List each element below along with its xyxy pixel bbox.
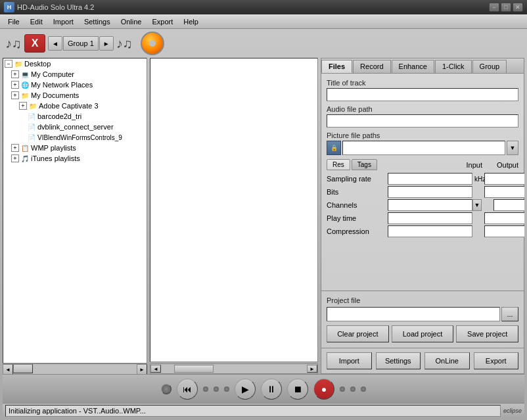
import-btn[interactable]: Import [327, 352, 372, 369]
expand-wmp[interactable]: + [11, 144, 19, 152]
playtime-input[interactable] [388, 212, 472, 224]
export-btn[interactable]: Export [474, 352, 519, 369]
next-group-btn[interactable]: ► [99, 36, 114, 51]
tree-scrollbar[interactable]: ◄ ► [3, 363, 147, 374]
menu-online[interactable]: Online [116, 16, 147, 27]
settings-btn[interactable]: Settings [376, 352, 421, 369]
tree-label-mycomputer: My Computer [31, 70, 74, 78]
transport-play-btn[interactable]: ▶ [235, 379, 256, 400]
status-bar: Initializing application - VST..Audio..W… [3, 403, 524, 417]
maximize-btn[interactable]: □ [501, 3, 511, 12]
playtime-output[interactable] [484, 212, 524, 224]
close-btn[interactable]: ✕ [513, 3, 523, 12]
menu-bar: File Edit Import Settings Online Export … [0, 14, 527, 29]
scroll-left-btn[interactable]: ◄ [3, 364, 13, 374]
clear-project-btn[interactable]: Clear project [327, 325, 389, 342]
preview-area [150, 58, 318, 362]
compression-row: Compression [327, 225, 518, 237]
sampling-rate-label: Sampling rate [327, 175, 386, 183]
channels-input[interactable] [388, 199, 472, 211]
tree-item-network[interactable]: + 🌐 My Network Places [3, 80, 147, 90]
tree-item-desktop[interactable]: − 📁 Desktop [3, 58, 147, 69]
compression-input[interactable] [388, 225, 472, 237]
picture-icon-btn[interactable]: 🔒 [327, 141, 341, 155]
project-buttons: Clear project Load project Save project [327, 325, 518, 342]
tree-label-itunes: iTunes playlists [31, 154, 80, 162]
expand-network[interactable]: + [11, 81, 19, 89]
transport-record-btn[interactable]: ● [313, 379, 334, 400]
menu-import[interactable]: Import [48, 16, 79, 27]
main-container: ♪♫ X ◄ Group 1 ► ♪♫ − 📁 Desktop + [0, 29, 527, 420]
transport-pause-btn[interactable]: ⏸ [261, 379, 282, 400]
tab-files[interactable]: Files [321, 60, 352, 73]
expand-desktop[interactable]: − [5, 60, 12, 68]
scroll-next-btn[interactable]: ► [307, 365, 317, 373]
tab-1click[interactable]: 1-Click [435, 60, 472, 73]
menu-edit[interactable]: Edit [25, 16, 48, 27]
minimize-btn[interactable]: − [489, 3, 499, 12]
online-btn[interactable]: OnLine [424, 352, 470, 369]
file-icon-dvblink: 📄 [27, 122, 36, 131]
save-project-btn[interactable]: Save project [456, 325, 518, 342]
bits-input[interactable] [388, 186, 472, 198]
tree-item-barcode[interactable]: 📄 barcode2d_tri [3, 111, 147, 122]
music-notes-left: ♪♫ [5, 36, 22, 51]
tab-record[interactable]: Record [353, 60, 390, 73]
menu-file[interactable]: File [3, 16, 25, 27]
transport-prev-btn[interactable]: ⏮ [177, 379, 198, 400]
prev-group-btn[interactable]: ◄ [48, 36, 62, 51]
window-controls: − □ ✕ [489, 3, 523, 12]
load-project-btn[interactable]: Load project [392, 325, 454, 342]
tree-label-viblend: VIBlendWinFormsControls_9 [37, 134, 122, 141]
audio-path-input[interactable] [327, 114, 518, 128]
folder-icon-desktop: 📁 [14, 59, 23, 68]
project-file-input[interactable] [327, 307, 500, 321]
preview-scrollbar[interactable]: ◄ ► [150, 363, 318, 374]
compression-output[interactable] [484, 225, 524, 237]
project-browse-btn[interactable]: ... [501, 307, 518, 321]
playtime-row: Play time [327, 212, 518, 224]
sampling-rate-input[interactable] [388, 173, 472, 185]
title-track-input[interactable] [327, 88, 518, 101]
tree-item-wmp[interactable]: + 📋 WMP playlists [3, 143, 147, 153]
tree-item-mydocs[interactable]: + 📁 My Documents [3, 90, 147, 101]
file-icon-viblend: 📄 [27, 133, 36, 142]
transport-bar: ⏮ ▶ ⏸ ⏹ ● [3, 374, 524, 403]
expand-mycomputer[interactable]: + [11, 70, 19, 78]
tree-item-mycomputer[interactable]: + 💻 My Computer [3, 69, 147, 80]
scroll-thumb-h[interactable] [174, 365, 214, 373]
scroll-thumb[interactable] [13, 364, 33, 373]
subtab-res[interactable]: Res [327, 159, 350, 170]
tab-group[interactable]: Group [472, 60, 507, 73]
sampling-rate-output[interactable] [484, 173, 524, 185]
tab-enhance[interactable]: Enhance [392, 60, 434, 73]
input-col-header: Input [467, 161, 482, 169]
picture-path-arrow[interactable]: ▼ [507, 141, 518, 155]
file-tree[interactable]: − 📁 Desktop + 💻 My Computer + 🌐 My Netwo… [3, 58, 147, 363]
expand-captivate[interactable]: + [19, 102, 27, 110]
tree-item-viblend[interactable]: 📄 VIBlendWinFormsControls_9 [3, 132, 147, 143]
tree-label-mydocs: My Documents [31, 91, 79, 99]
tree-item-itunes[interactable]: + 🎵 iTunes playlists [3, 153, 147, 164]
menu-help[interactable]: Help [178, 16, 204, 27]
channels-output[interactable] [493, 199, 524, 211]
transport-stop-btn[interactable]: ⏹ [287, 379, 308, 400]
bits-output[interactable] [484, 186, 524, 198]
menu-settings[interactable]: Settings [79, 16, 116, 27]
menu-export[interactable]: Export [147, 16, 178, 27]
channels-row: Channels ▼ ▼ [327, 199, 518, 211]
subtab-tags[interactable]: Tags [352, 159, 377, 170]
expand-mydocs[interactable]: + [11, 91, 19, 99]
tree-item-dvblink[interactable]: 📄 dvblink_connect_server [3, 122, 147, 132]
transport-dot1 [203, 386, 208, 392]
channels-input-arrow[interactable]: ▼ [472, 199, 482, 211]
expand-itunes[interactable]: + [11, 154, 19, 162]
scroll-track[interactable] [13, 364, 137, 374]
scroll-right-btn[interactable]: ► [137, 364, 147, 374]
tree-item-captivate[interactable]: + 📁 Adobe Captivate 3 [3, 101, 147, 111]
x-button[interactable]: X [24, 34, 45, 53]
scroll-prev-btn[interactable]: ◄ [150, 365, 161, 373]
picture-path-dropdown[interactable] [342, 141, 505, 155]
network-icon: 🌐 [20, 80, 30, 89]
folder-icon-mydocs: 📁 [20, 91, 30, 100]
